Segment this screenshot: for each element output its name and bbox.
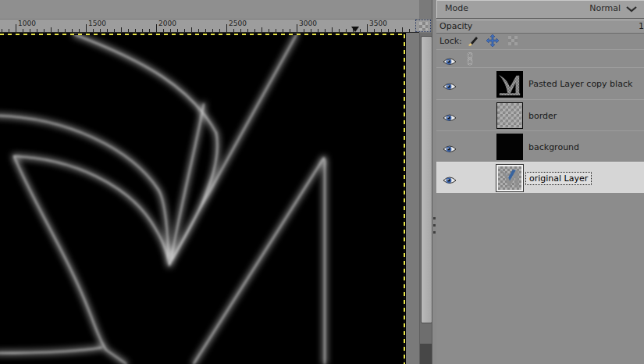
ruler-tick xyxy=(325,29,326,32)
ruler-tick xyxy=(135,29,136,32)
ruler-tick xyxy=(374,29,375,32)
ruler-tick xyxy=(114,29,115,32)
ruler-tick xyxy=(381,29,382,32)
vertical-scrollbar-thumb[interactable] xyxy=(421,36,432,323)
ruler-tick xyxy=(198,29,199,32)
ruler-tick xyxy=(58,29,59,32)
ruler-tick xyxy=(177,29,178,32)
layers-panel: Mode Normal Opacity 100.0 Lock: xyxy=(436,0,644,364)
ruler-tick xyxy=(191,27,192,32)
layer-name[interactable]: background xyxy=(528,142,579,152)
layer-visibility-toggle[interactable] xyxy=(443,80,457,89)
eye-icon xyxy=(443,57,457,66)
layer-thumbnail[interactable] xyxy=(496,134,523,160)
ruler-tick xyxy=(107,29,108,32)
scrollbar-bottom-cap xyxy=(420,344,432,364)
ruler-tick xyxy=(409,29,410,32)
ruler-tick xyxy=(311,29,311,32)
chevron-down-icon xyxy=(626,6,637,12)
layer-row-pasted-layer-copy-black[interactable]: Pasted Layer copy black xyxy=(436,67,644,99)
canvas-image[interactable] xyxy=(0,33,419,364)
ruler-label: 2500 xyxy=(229,20,247,27)
eye-icon xyxy=(443,176,457,185)
ruler-tick xyxy=(395,29,396,32)
ruler-tick xyxy=(79,29,80,32)
ruler-tick xyxy=(233,29,234,32)
ruler-label: 2000 xyxy=(158,20,176,27)
ruler-tick xyxy=(2,29,2,32)
ruler-tick xyxy=(402,27,403,32)
lock-label: Lock: xyxy=(439,36,462,46)
alpha-checker-icon xyxy=(508,36,518,45)
ruler-tick xyxy=(37,29,37,32)
layer-link-toggle[interactable] xyxy=(465,52,475,66)
layer-thumbnail[interactable] xyxy=(496,102,523,129)
ruler-tick xyxy=(219,29,220,32)
move-icon xyxy=(486,34,499,47)
layer-name[interactable]: Pasted Layer copy black xyxy=(528,79,632,89)
ruler-tick xyxy=(247,29,248,32)
layer-visibility-toggle[interactable] xyxy=(443,173,457,183)
ruler-tick xyxy=(72,29,73,32)
chain-link-icon xyxy=(465,52,475,66)
ruler-tick xyxy=(86,24,87,32)
layer-row-original-layer[interactable]: original Layer xyxy=(436,162,644,193)
ruler-tick xyxy=(170,29,171,32)
checker-icon xyxy=(419,22,428,30)
ruler-tick xyxy=(339,29,340,32)
ruler-tick xyxy=(388,29,389,32)
layer-row[interactable] xyxy=(436,49,644,67)
ruler-label: 3000 xyxy=(299,20,317,27)
ruler-tick xyxy=(121,27,122,32)
ruler-tick xyxy=(212,29,213,32)
horizontal-ruler[interactable]: 100015002000250030003500 xyxy=(0,20,419,33)
ruler-label: 1500 xyxy=(88,20,106,27)
ruler-tick xyxy=(276,29,276,32)
vertical-scrollbar[interactable] xyxy=(419,33,432,364)
toolbar-spacer xyxy=(0,0,419,20)
ruler-tick xyxy=(332,27,333,32)
mode-label: Mode xyxy=(445,3,468,13)
grip-dot xyxy=(433,224,436,227)
ruler-tick xyxy=(93,29,94,32)
ruler-tick xyxy=(304,29,304,32)
layer-visibility-toggle[interactable] xyxy=(443,55,457,64)
eye-icon xyxy=(443,145,457,154)
ruler-tick xyxy=(51,27,52,32)
lock-pixels-toggle[interactable] xyxy=(466,34,479,47)
opacity-slider[interactable]: Opacity 100.0 xyxy=(436,20,644,34)
layer-thumbnail[interactable] xyxy=(496,71,523,98)
ruler-label: 1000 xyxy=(18,20,36,27)
gimp-window: 100015002000250030003500 xyxy=(0,0,644,364)
layer-thumbnail[interactable] xyxy=(496,165,523,191)
lock-row: Lock: xyxy=(436,33,644,49)
paintbrush-icon xyxy=(467,35,479,47)
layer-visibility-toggle[interactable] xyxy=(443,142,457,152)
layer-name[interactable]: original Layer xyxy=(525,172,592,185)
ruler-tick xyxy=(65,29,66,32)
lock-position-toggle[interactable] xyxy=(486,34,499,47)
ruler-tick xyxy=(30,29,30,32)
mode-value: Normal xyxy=(589,3,621,13)
ruler-tick xyxy=(262,27,262,32)
ruler-tick xyxy=(269,29,269,32)
zoom-follow-window-toggle[interactable] xyxy=(415,20,431,32)
ruler-tick xyxy=(44,29,44,32)
ruler-tick xyxy=(297,24,297,32)
ruler-tick xyxy=(156,24,157,32)
layer-visibility-toggle[interactable] xyxy=(443,111,457,120)
layer-name[interactable]: border xyxy=(528,111,557,121)
ruler-tick xyxy=(142,29,143,32)
ruler-tick xyxy=(9,29,9,32)
ruler-tick xyxy=(23,29,23,32)
layer-mode-dropdown[interactable]: Mode Normal xyxy=(436,0,644,19)
ruler-label: 3500 xyxy=(369,20,387,27)
lock-alpha-toggle[interactable] xyxy=(507,34,519,47)
ruler-tick xyxy=(360,29,361,32)
grip-dot xyxy=(433,217,436,219)
opacity-label: Opacity xyxy=(439,21,472,31)
ruler-tick xyxy=(346,29,347,32)
ruler-tick xyxy=(283,29,283,32)
layer-row-border[interactable]: border xyxy=(436,99,644,130)
layer-row-background[interactable]: background xyxy=(436,130,644,162)
